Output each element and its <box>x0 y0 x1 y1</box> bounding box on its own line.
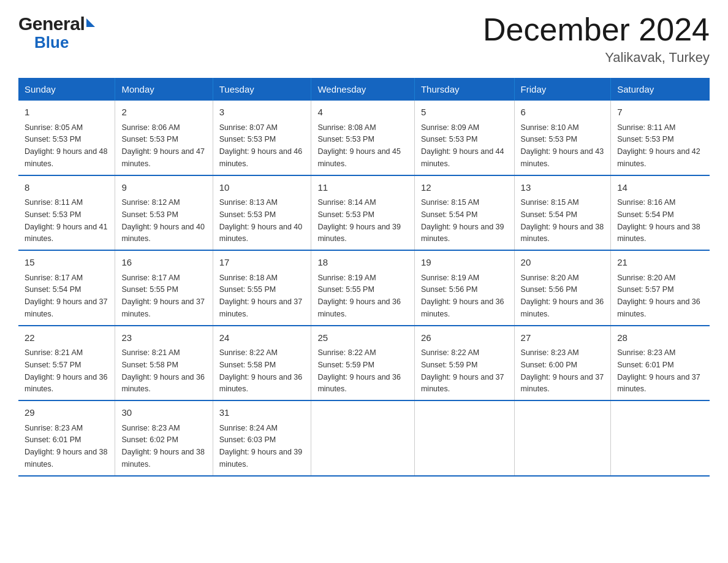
title-section: December 2024 Yalikavak, Turkey <box>483 12 710 66</box>
calendar-cell: 10 Sunrise: 8:13 AMSunset: 5:53 PMDaylig… <box>213 175 311 251</box>
day-info: Sunrise: 8:19 AMSunset: 5:55 PMDaylight:… <box>317 274 401 318</box>
logo-general-text: General <box>18 13 85 34</box>
page-header: General Blue December 2024 Yalikavak, Tu… <box>18 12 710 66</box>
day-info: Sunrise: 8:15 AMSunset: 5:54 PMDaylight:… <box>421 198 504 243</box>
day-number: 31 <box>219 406 305 420</box>
calendar-cell <box>514 400 611 476</box>
day-info: Sunrise: 8:11 AMSunset: 5:53 PMDaylight:… <box>617 123 700 168</box>
day-info: Sunrise: 8:13 AMSunset: 5:53 PMDaylight:… <box>219 198 303 243</box>
header-saturday: Saturday <box>611 78 710 101</box>
calendar-week-row: 8 Sunrise: 8:11 AMSunset: 5:53 PMDayligh… <box>18 175 710 251</box>
calendar-cell: 5 Sunrise: 8:09 AMSunset: 5:53 PMDayligh… <box>414 101 514 175</box>
day-info: Sunrise: 8:08 AMSunset: 5:53 PMDaylight:… <box>317 123 401 168</box>
day-number: 10 <box>219 181 305 195</box>
day-number: 8 <box>25 181 108 195</box>
calendar-cell: 26 Sunrise: 8:22 AMSunset: 5:59 PMDaylig… <box>414 326 514 401</box>
calendar-cell: 25 Sunrise: 8:22 AMSunset: 5:59 PMDaylig… <box>311 326 415 401</box>
calendar-cell: 15 Sunrise: 8:17 AMSunset: 5:54 PMDaylig… <box>18 250 115 326</box>
calendar-cell: 11 Sunrise: 8:14 AMSunset: 5:53 PMDaylig… <box>311 175 415 251</box>
day-number: 1 <box>25 105 108 120</box>
header-sunday: Sunday <box>18 78 115 101</box>
day-info: Sunrise: 8:05 AMSunset: 5:53 PMDaylight:… <box>25 123 108 168</box>
calendar-cell: 14 Sunrise: 8:16 AMSunset: 5:54 PMDaylig… <box>611 175 710 251</box>
day-number: 14 <box>617 181 703 195</box>
calendar-cell: 29 Sunrise: 8:23 AMSunset: 6:01 PMDaylig… <box>18 400 115 476</box>
calendar-cell: 1 Sunrise: 8:05 AMSunset: 5:53 PMDayligh… <box>18 101 115 175</box>
day-number: 29 <box>25 406 108 420</box>
calendar-title: December 2024 <box>483 12 710 47</box>
calendar-table: Sunday Monday Tuesday Wednesday Thursday… <box>18 78 710 477</box>
calendar-cell: 3 Sunrise: 8:07 AMSunset: 5:53 PMDayligh… <box>213 101 311 175</box>
calendar-cell: 30 Sunrise: 8:23 AMSunset: 6:02 PMDaylig… <box>115 400 213 476</box>
calendar-cell: 12 Sunrise: 8:15 AMSunset: 5:54 PMDaylig… <box>414 175 514 251</box>
day-number: 12 <box>421 181 508 195</box>
day-info: Sunrise: 8:16 AMSunset: 5:54 PMDaylight:… <box>617 198 700 243</box>
day-number: 28 <box>617 331 703 345</box>
header-friday: Friday <box>514 78 611 101</box>
day-number: 16 <box>121 256 206 270</box>
calendar-cell: 9 Sunrise: 8:12 AMSunset: 5:53 PMDayligh… <box>115 175 213 251</box>
day-number: 9 <box>121 181 206 195</box>
header-thursday: Thursday <box>414 78 514 101</box>
day-number: 26 <box>421 331 508 345</box>
calendar-cell: 13 Sunrise: 8:15 AMSunset: 5:54 PMDaylig… <box>514 175 611 251</box>
calendar-cell: 2 Sunrise: 8:06 AMSunset: 5:53 PMDayligh… <box>115 101 213 175</box>
day-info: Sunrise: 8:11 AMSunset: 5:53 PMDaylight:… <box>25 198 108 243</box>
day-info: Sunrise: 8:22 AMSunset: 5:59 PMDaylight:… <box>421 348 504 393</box>
day-info: Sunrise: 8:09 AMSunset: 5:53 PMDaylight:… <box>421 123 504 168</box>
day-number: 27 <box>521 331 605 345</box>
day-number: 2 <box>121 105 206 120</box>
day-info: Sunrise: 8:20 AMSunset: 5:57 PMDaylight:… <box>617 274 700 318</box>
day-info: Sunrise: 8:14 AMSunset: 5:53 PMDaylight:… <box>317 198 401 243</box>
day-info: Sunrise: 8:23 AMSunset: 6:00 PMDaylight:… <box>521 348 604 393</box>
calendar-cell: 16 Sunrise: 8:17 AMSunset: 5:55 PMDaylig… <box>115 250 213 326</box>
day-number: 17 <box>219 256 305 270</box>
calendar-header-row: Sunday Monday Tuesday Wednesday Thursday… <box>18 78 710 101</box>
calendar-cell: 21 Sunrise: 8:20 AMSunset: 5:57 PMDaylig… <box>611 250 710 326</box>
day-number: 22 <box>25 331 108 345</box>
header-wednesday: Wednesday <box>311 78 415 101</box>
calendar-cell: 17 Sunrise: 8:18 AMSunset: 5:55 PMDaylig… <box>213 250 311 326</box>
calendar-cell: 18 Sunrise: 8:19 AMSunset: 5:55 PMDaylig… <box>311 250 415 326</box>
calendar-cell <box>311 400 415 476</box>
logo-triangle-icon <box>86 18 95 27</box>
day-number: 18 <box>317 256 408 270</box>
calendar-subtitle: Yalikavak, Turkey <box>483 50 710 66</box>
day-number: 23 <box>121 331 206 345</box>
calendar-cell: 4 Sunrise: 8:08 AMSunset: 5:53 PMDayligh… <box>311 101 415 175</box>
day-info: Sunrise: 8:12 AMSunset: 5:53 PMDaylight:… <box>121 198 205 243</box>
calendar-cell: 24 Sunrise: 8:22 AMSunset: 5:58 PMDaylig… <box>213 326 311 401</box>
calendar-week-row: 22 Sunrise: 8:21 AMSunset: 5:57 PMDaylig… <box>18 326 710 401</box>
calendar-cell: 19 Sunrise: 8:19 AMSunset: 5:56 PMDaylig… <box>414 250 514 326</box>
day-number: 30 <box>121 406 206 420</box>
day-info: Sunrise: 8:18 AMSunset: 5:55 PMDaylight:… <box>219 274 303 318</box>
day-number: 21 <box>617 256 703 270</box>
day-number: 25 <box>317 331 408 345</box>
day-number: 11 <box>317 181 408 195</box>
day-info: Sunrise: 8:21 AMSunset: 5:58 PMDaylight:… <box>121 348 205 393</box>
header-monday: Monday <box>115 78 213 101</box>
calendar-cell: 22 Sunrise: 8:21 AMSunset: 5:57 PMDaylig… <box>18 326 115 401</box>
logo-blue-text: Blue <box>34 33 69 52</box>
day-number: 3 <box>219 105 305 120</box>
calendar-cell: 27 Sunrise: 8:23 AMSunset: 6:00 PMDaylig… <box>514 326 611 401</box>
day-info: Sunrise: 8:17 AMSunset: 5:54 PMDaylight:… <box>25 274 108 318</box>
calendar-week-row: 15 Sunrise: 8:17 AMSunset: 5:54 PMDaylig… <box>18 250 710 326</box>
day-info: Sunrise: 8:17 AMSunset: 5:55 PMDaylight:… <box>121 274 205 318</box>
day-info: Sunrise: 8:23 AMSunset: 6:01 PMDaylight:… <box>617 348 700 393</box>
calendar-cell: 7 Sunrise: 8:11 AMSunset: 5:53 PMDayligh… <box>611 101 710 175</box>
day-number: 5 <box>421 105 508 120</box>
day-number: 13 <box>521 181 605 195</box>
logo: General Blue <box>18 13 95 50</box>
calendar-week-row: 1 Sunrise: 8:05 AMSunset: 5:53 PMDayligh… <box>18 101 710 175</box>
calendar-cell: 31 Sunrise: 8:24 AMSunset: 6:03 PMDaylig… <box>213 400 311 476</box>
calendar-cell <box>611 400 710 476</box>
day-number: 15 <box>25 256 108 270</box>
day-info: Sunrise: 8:21 AMSunset: 5:57 PMDaylight:… <box>25 348 108 393</box>
day-info: Sunrise: 8:15 AMSunset: 5:54 PMDaylight:… <box>521 198 604 243</box>
calendar-cell: 28 Sunrise: 8:23 AMSunset: 6:01 PMDaylig… <box>611 326 710 401</box>
day-info: Sunrise: 8:22 AMSunset: 5:58 PMDaylight:… <box>219 348 303 393</box>
day-info: Sunrise: 8:07 AMSunset: 5:53 PMDaylight:… <box>219 123 303 168</box>
day-info: Sunrise: 8:23 AMSunset: 6:02 PMDaylight:… <box>121 424 205 469</box>
day-number: 19 <box>421 256 508 270</box>
